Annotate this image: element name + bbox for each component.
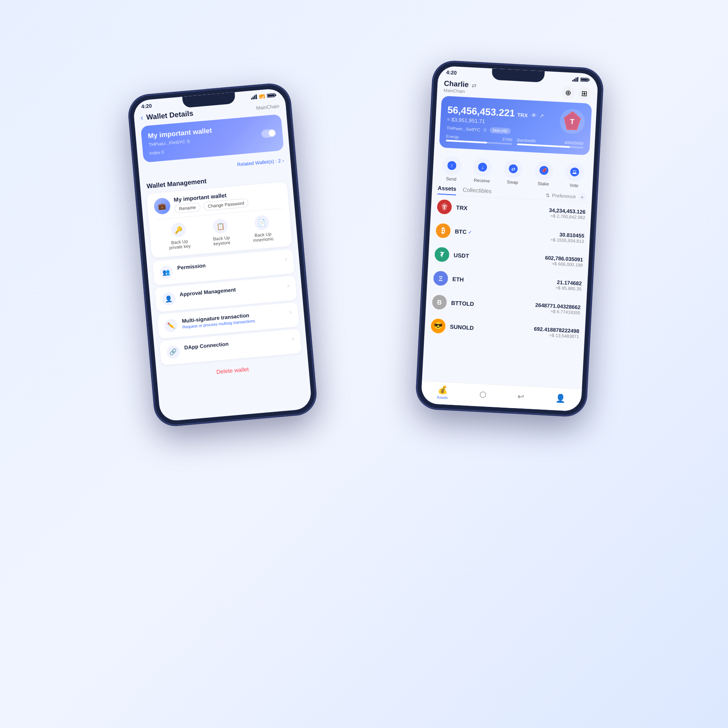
multisig-text: Multi-signature transaction Request or p… bbox=[182, 309, 285, 329]
sort-icon: ⇅ bbox=[546, 193, 550, 199]
preference-label: Preference bbox=[552, 193, 576, 199]
svg-text:↓: ↓ bbox=[481, 164, 484, 170]
rename-button[interactable]: Rename bbox=[174, 202, 201, 213]
eth-icon: Ξ bbox=[433, 270, 449, 286]
vote-icon: 🗳 bbox=[565, 162, 584, 182]
receive-icon: ↓ bbox=[473, 157, 492, 177]
right-side-power bbox=[599, 126, 602, 150]
bttold-amount: 2648771.04328662 ≈$ 6.77419355 bbox=[535, 302, 580, 315]
chevron-right-icon: › bbox=[284, 255, 287, 262]
nav-history-icon: ↩ bbox=[517, 391, 525, 401]
btc-verified-icon: ✓ bbox=[468, 229, 472, 235]
right-side-mute bbox=[429, 109, 432, 123]
balance-ticker: TRX bbox=[517, 112, 528, 119]
svg-text:⇄: ⇄ bbox=[511, 166, 516, 172]
swap-action[interactable]: ⇄ Swap bbox=[503, 159, 523, 185]
change-password-button[interactable]: Change Password bbox=[203, 198, 249, 211]
bottom-nav: 💰 Assets ⬡ ↩ 👤 bbox=[421, 381, 582, 412]
swap-icon[interactable]: ⇄ bbox=[472, 82, 477, 89]
btc-amount: 30.810455 ≈$ 1555,934.813 bbox=[550, 231, 584, 243]
svg-text:T: T bbox=[442, 204, 447, 210]
right-side-vol-up bbox=[427, 128, 430, 152]
vote-action[interactable]: 🗳 Vote bbox=[565, 162, 584, 188]
send-label: Send bbox=[446, 176, 456, 182]
nav-market[interactable]: ⬡ bbox=[479, 389, 486, 399]
svg-text:↑: ↑ bbox=[450, 162, 453, 169]
back-arrow[interactable]: ‹ bbox=[140, 114, 144, 122]
keystore-icon: 📋 bbox=[213, 218, 229, 234]
svg-text:📌: 📌 bbox=[541, 167, 547, 174]
svg-rect-14 bbox=[581, 78, 588, 81]
tab-collectibles[interactable]: Collectibles bbox=[462, 186, 492, 197]
asset-list: T TRX 34,234,453.126 ≈$ 2,760,842.982 ₿ bbox=[424, 195, 592, 346]
nav-assets[interactable]: 💰 Assets bbox=[437, 385, 449, 400]
vote-label: Vote bbox=[569, 183, 579, 188]
backup-mnemonic[interactable]: 📄 Back Up mnemonic bbox=[251, 214, 274, 243]
nav-assets-icon: 💰 bbox=[437, 385, 448, 395]
approval-label: Approval Management bbox=[179, 282, 282, 297]
wallet-toggle[interactable] bbox=[261, 129, 276, 138]
nav-history[interactable]: ↩ bbox=[517, 391, 525, 401]
btc-icon: ₿ bbox=[435, 222, 451, 239]
status-icons-right bbox=[572, 76, 590, 82]
nav-profile-icon: 👤 bbox=[555, 393, 566, 403]
svg-rect-0 bbox=[251, 98, 252, 99]
left-phone-screen: 4:20 📶 ‹ Wallet Details MainChain My imp… bbox=[133, 88, 312, 422]
tab-assets[interactable]: Assets bbox=[437, 185, 456, 195]
right-header-left: Charlie ⇄ MainChain bbox=[444, 79, 477, 94]
stake-action[interactable]: 📌 Stake bbox=[534, 161, 554, 186]
svg-rect-10 bbox=[576, 77, 577, 81]
btc-name: BTC bbox=[455, 228, 467, 235]
battery-icon bbox=[267, 92, 277, 98]
send-action[interactable]: ↑ Send bbox=[442, 156, 461, 182]
page-title-left: Wallet Details bbox=[146, 109, 194, 122]
svg-text:₿: ₿ bbox=[441, 226, 445, 235]
phones-container: 4:20 📶 ‹ Wallet Details MainChain My imp… bbox=[121, 40, 607, 688]
right-header-icons: ⊕ ⊞ bbox=[561, 86, 591, 100]
battery-icon-right bbox=[580, 77, 590, 82]
approval-text: Approval Management bbox=[179, 282, 282, 297]
svg-text:₮: ₮ bbox=[440, 251, 444, 258]
sunold-icon: 😎 bbox=[430, 318, 446, 334]
permission-label: Permission bbox=[177, 256, 280, 271]
backup-keystore[interactable]: 📋 Back Up keystore bbox=[212, 218, 231, 246]
swap-action-icon: ⇄ bbox=[504, 159, 523, 178]
svg-text:🗳: 🗳 bbox=[572, 169, 577, 175]
receive-action[interactable]: ↓ Receive bbox=[472, 157, 492, 183]
chevron-right-dapp-icon: › bbox=[292, 335, 294, 342]
add-account-button[interactable]: ⊕ bbox=[561, 86, 575, 99]
copy-icon[interactable]: ⎘ bbox=[187, 138, 190, 144]
multisig-icon: ✏️ bbox=[164, 318, 178, 332]
status-time-right: 4:20 bbox=[446, 69, 457, 76]
svg-rect-13 bbox=[588, 79, 590, 80]
right-screen-content: 4:20 Charlie ⇄ MainChain bbox=[421, 66, 598, 412]
add-asset-button[interactable]: + bbox=[578, 193, 586, 201]
dapp-text: DApp Connection bbox=[184, 336, 287, 351]
mgmt-wallet-info: My important wallet Rename Change Passwo… bbox=[174, 190, 249, 214]
svg-rect-7 bbox=[267, 94, 274, 96]
usdt-amount: 602,786.035091 ≈$ 606,000.199 bbox=[545, 254, 583, 267]
usdt-icon: ₮ bbox=[434, 246, 450, 262]
balance-address: THPwer...5wtfYC bbox=[447, 125, 480, 132]
key-icon: 🔑 bbox=[171, 222, 186, 238]
scan-button[interactable]: ⊞ bbox=[578, 87, 591, 100]
eye-icon[interactable]: 👁 bbox=[531, 112, 537, 119]
backup-private-key[interactable]: 🔑 Back Up private key bbox=[167, 222, 191, 250]
right-side-vol-down bbox=[426, 157, 429, 182]
bttold-name: BTTOLD bbox=[451, 300, 474, 307]
svg-rect-3 bbox=[256, 94, 257, 99]
address-copy-icon[interactable]: ⎘ bbox=[483, 127, 487, 132]
backup-row: 🔑 Back Up private key 📋 Back Up keystore… bbox=[155, 208, 286, 253]
receive-label: Receive bbox=[474, 178, 490, 183]
nav-profile[interactable]: 👤 bbox=[555, 393, 566, 403]
side-btn-mute bbox=[130, 145, 133, 160]
bttold-icon: B bbox=[432, 294, 448, 310]
svg-text:Ξ: Ξ bbox=[438, 275, 443, 282]
right-phone-screen: 4:20 Charlie ⇄ MainChain bbox=[421, 66, 598, 412]
dapp-label: DApp Connection bbox=[184, 336, 287, 351]
tab-preference[interactable]: ⇅ Preference + bbox=[546, 191, 587, 201]
right-phone: 4:20 Charlie ⇄ MainChain bbox=[416, 61, 603, 417]
expand-icon[interactable]: ↗ bbox=[539, 112, 544, 119]
side-btn-vol-down bbox=[134, 193, 138, 218]
svg-rect-2 bbox=[254, 95, 256, 99]
